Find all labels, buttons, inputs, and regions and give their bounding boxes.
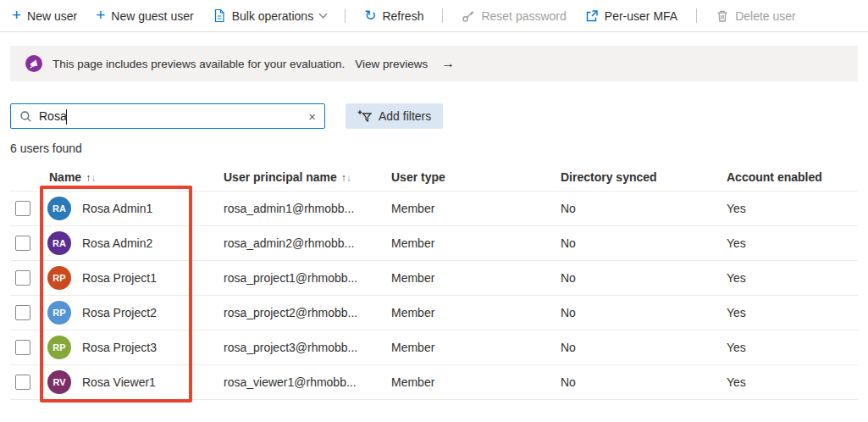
checkbox-cell bbox=[10, 236, 41, 251]
table-row[interactable]: RP Rosa Project2 rosa_project2@rhmobb...… bbox=[10, 296, 858, 330]
reset-password-label: Reset password bbox=[481, 9, 566, 23]
table-row[interactable]: RV Rosa Viewer1 rosa_viewer1@rhmobb... M… bbox=[10, 365, 858, 400]
chevron-down-icon bbox=[319, 10, 328, 19]
user-upn: rosa_admin2@rhmobb... bbox=[215, 236, 383, 250]
avatar: RP bbox=[47, 301, 71, 325]
table-header-row: Name↑↓ User principal name↑↓ User type D… bbox=[10, 164, 858, 192]
table-row[interactable]: RP Rosa Project3 rosa_project3@rhmobb...… bbox=[10, 330, 858, 365]
user-name-cell: RP Rosa Project2 bbox=[41, 301, 215, 325]
checkbox-cell bbox=[10, 375, 41, 390]
directory-synced: No bbox=[552, 271, 718, 285]
user-name: Rosa Admin1 bbox=[82, 202, 152, 215]
sort-down-icon: ↓ bbox=[346, 172, 351, 184]
directory-synced: No bbox=[552, 341, 718, 354]
new-guest-user-label: New guest user bbox=[111, 9, 193, 23]
command-bar: + New user + New guest user Bulk operati… bbox=[0, 0, 868, 32]
delete-user-label: Delete user bbox=[735, 9, 796, 23]
text-cursor bbox=[66, 109, 67, 125]
filter-plus-icon bbox=[357, 109, 372, 124]
table-row[interactable]: RA Rosa Admin2 rosa_admin2@rhmobb... Mem… bbox=[10, 226, 858, 261]
account-enabled: Yes bbox=[718, 271, 858, 285]
directory-synced: No bbox=[552, 236, 718, 250]
user-name: Rosa Project3 bbox=[82, 341, 157, 354]
name-header-label: Name bbox=[49, 170, 81, 184]
avatar: RP bbox=[47, 266, 71, 290]
checkbox-cell bbox=[10, 201, 41, 216]
search-input[interactable] bbox=[39, 109, 301, 123]
avatar: RP bbox=[47, 336, 71, 359]
user-type: Member bbox=[383, 271, 552, 285]
column-header-account-enabled[interactable]: Account enabled bbox=[718, 170, 858, 184]
clear-search-icon[interactable]: × bbox=[308, 110, 316, 123]
account-enabled: Yes bbox=[718, 202, 858, 215]
reset-password-button: Reset password bbox=[462, 9, 566, 23]
checkbox-cell bbox=[10, 340, 41, 355]
refresh-icon: ↻ bbox=[364, 8, 376, 23]
refresh-label: Refresh bbox=[382, 9, 423, 23]
add-filters-button[interactable]: Add filters bbox=[346, 103, 443, 129]
row-checkbox[interactable] bbox=[15, 375, 30, 390]
user-name-cell: RP Rosa Project3 bbox=[41, 336, 215, 359]
search-filter-row: × Add filters bbox=[10, 103, 858, 129]
table-row[interactable]: RA Rosa Admin1 rosa_admin1@rhmobb... Mem… bbox=[10, 192, 858, 226]
bulk-operations-label: Bulk operations bbox=[232, 9, 314, 23]
user-name: Rosa Project1 bbox=[82, 271, 157, 285]
delete-user-button: Delete user bbox=[716, 9, 796, 23]
user-upn: rosa_viewer1@rhmobb... bbox=[215, 375, 383, 389]
toolbar-divider bbox=[442, 8, 443, 23]
user-upn: rosa_project1@rhmobb... bbox=[215, 271, 383, 285]
trash-icon bbox=[716, 9, 729, 23]
new-user-button[interactable]: + New user bbox=[12, 8, 77, 23]
directory-synced: No bbox=[552, 375, 718, 389]
plus-icon: + bbox=[96, 7, 105, 23]
upn-header-label: User principal name bbox=[224, 170, 337, 184]
arrow-right-icon[interactable]: → bbox=[441, 56, 455, 71]
user-upn: rosa_admin1@rhmobb... bbox=[215, 202, 383, 215]
user-name: Rosa Viewer1 bbox=[82, 375, 156, 389]
sort-down-icon: ↓ bbox=[91, 172, 96, 184]
user-type: Member bbox=[383, 306, 552, 319]
column-header-upn[interactable]: User principal name↑↓ bbox=[215, 170, 383, 184]
avatar: RA bbox=[47, 197, 71, 220]
checkbox-cell bbox=[10, 270, 41, 286]
preview-banner: This page includes previews available fo… bbox=[10, 46, 858, 81]
user-type: Member bbox=[383, 375, 552, 389]
search-icon bbox=[19, 110, 32, 123]
new-guest-user-button[interactable]: + New guest user bbox=[96, 8, 193, 23]
results-count: 6 users found bbox=[10, 142, 858, 155]
user-type: Member bbox=[383, 341, 552, 354]
per-user-mfa-button[interactable]: Per-user MFA bbox=[585, 9, 677, 23]
column-header-directory-synced[interactable]: Directory synced bbox=[552, 170, 718, 184]
view-previews-link[interactable]: View previews bbox=[355, 58, 428, 70]
avatar: RA bbox=[47, 231, 71, 255]
table-row[interactable]: RP Rosa Project1 rosa_project1@rhmobb...… bbox=[10, 261, 858, 296]
row-checkbox[interactable] bbox=[15, 340, 30, 355]
banner-message: This page includes previews available fo… bbox=[53, 58, 345, 70]
account-enabled: Yes bbox=[718, 306, 858, 319]
toolbar-divider bbox=[696, 8, 697, 23]
row-checkbox[interactable] bbox=[15, 201, 30, 216]
user-upn: rosa_project2@rhmobb... bbox=[215, 306, 383, 319]
per-user-mfa-label: Per-user MFA bbox=[605, 9, 677, 23]
key-icon bbox=[462, 9, 475, 23]
user-name-cell: RA Rosa Admin2 bbox=[41, 231, 215, 255]
row-checkbox[interactable] bbox=[15, 305, 30, 320]
user-upn: rosa_project3@rhmobb... bbox=[215, 341, 383, 354]
row-checkbox[interactable] bbox=[15, 236, 30, 251]
directory-synced: No bbox=[552, 306, 718, 319]
account-enabled: Yes bbox=[718, 236, 858, 250]
search-box[interactable]: × bbox=[10, 103, 325, 129]
row-checkbox[interactable] bbox=[15, 270, 30, 286]
refresh-button[interactable]: ↻ Refresh bbox=[364, 8, 423, 23]
bulk-operations-button[interactable]: Bulk operations bbox=[213, 8, 327, 23]
user-type: Member bbox=[383, 202, 552, 215]
account-enabled: Yes bbox=[718, 375, 858, 389]
column-header-user-type[interactable]: User type bbox=[383, 170, 552, 184]
directory-synced: No bbox=[552, 202, 718, 215]
column-header-name[interactable]: Name↑↓ bbox=[41, 170, 215, 184]
preview-megaphone-icon bbox=[25, 55, 42, 72]
external-link-icon bbox=[585, 9, 599, 23]
checkbox-cell bbox=[10, 305, 41, 320]
user-name-cell: RP Rosa Project1 bbox=[41, 266, 215, 290]
add-filters-label: Add filters bbox=[379, 109, 431, 123]
